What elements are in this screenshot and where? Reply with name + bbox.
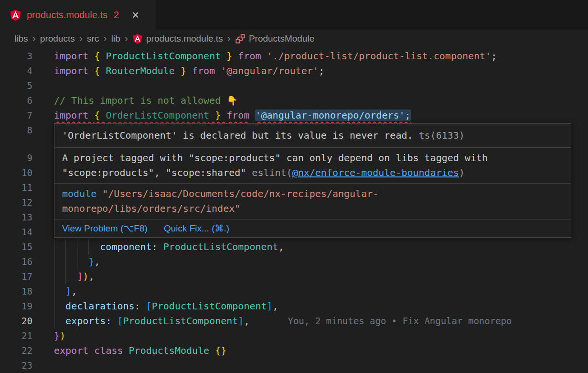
breadcrumb-item-productsmodule[interactable]: ProductsModule	[235, 33, 314, 44]
code-line[interactable]: ]),	[54, 269, 588, 284]
chevron-right-icon: ›	[79, 33, 83, 44]
code-token: '@angular/router'	[221, 65, 319, 77]
code-token: ProductListComponent	[106, 50, 221, 62]
code-token: ,	[273, 300, 278, 312]
editor-tab-bar: products.module.ts 2 ×	[0, 0, 588, 30]
eslint-source-suffix: )	[459, 167, 465, 178]
indent-guide	[54, 299, 54, 314]
chevron-right-icon: ›	[227, 33, 231, 44]
eslint-message-line2: "scope:products", "scope:shared"	[62, 167, 252, 178]
code-line[interactable]: ],	[54, 284, 588, 299]
code-token: }	[209, 110, 226, 121]
breadcrumb: libs›products›src›lib›products.module.ts…	[0, 30, 588, 48]
indent-guide	[54, 269, 54, 284]
breadcrumb-label: lib	[111, 33, 120, 44]
indent-guide	[88, 240, 89, 254]
code-token: class	[94, 345, 123, 356]
code-token	[54, 300, 65, 312]
code-token	[123, 345, 129, 356]
code-token	[88, 345, 94, 356]
code-editor: 34567891011121314151617181920212223 impo…	[0, 48, 588, 373]
code-token: {	[94, 65, 106, 77]
code-token: from	[226, 110, 249, 121]
angular-icon	[132, 33, 143, 44]
code-line[interactable]: // This import is not allowed 👇	[54, 93, 588, 108]
code-token: from	[192, 65, 215, 77]
code-token: {	[94, 50, 106, 62]
code-line[interactable]: },	[54, 254, 588, 269]
indent-guide	[54, 284, 54, 299]
code-token: ,	[244, 315, 249, 327]
code-token	[54, 256, 88, 267]
code-token: import	[54, 50, 94, 62]
code-token: ,	[278, 241, 284, 252]
code-token: ;	[491, 50, 497, 62]
code-token: :	[135, 300, 146, 312]
code-token: }	[221, 50, 238, 62]
code-line[interactable]: component: ProductListComponent,	[54, 240, 588, 254]
code-token: )	[60, 330, 65, 341]
code-line[interactable]: import { RouterModule } from '@angular/r…	[54, 64, 588, 78]
code-token: '@angular-monorepo/orders';	[255, 110, 410, 121]
code-token: {}	[215, 345, 226, 356]
code-token: )	[83, 271, 88, 282]
code-token: export	[54, 345, 88, 356]
code-token: ,	[71, 285, 77, 297]
breadcrumb-item-products[interactable]: products	[40, 33, 75, 44]
module-path-line1: "/Users/isaac/Documents/code/nx-recipes/…	[96, 188, 378, 199]
hover-ts-diagnostic: 'OrderListComponent' is declared but its…	[54, 124, 571, 147]
code-line[interactable]: import { OrderListComponent } from '@ang…	[54, 108, 588, 123]
hover-module-info: module "/Users/isaac/Documents/code/nx-r…	[54, 183, 571, 219]
module-symbol-icon	[235, 33, 246, 44]
code-token: declarations	[65, 300, 135, 312]
code-token: :	[106, 315, 117, 327]
code-token: from	[238, 50, 261, 62]
indent-guide	[54, 254, 54, 269]
editor-tab[interactable]: products.module.ts 2 ×	[0, 0, 156, 30]
tab-title: products.module.ts	[27, 10, 107, 21]
code-token: :	[152, 241, 163, 252]
breadcrumb-item-src[interactable]: src	[87, 33, 99, 44]
code-token: ,	[88, 271, 94, 282]
code-line[interactable]: declarations: [ProductListComponent],	[54, 299, 588, 314]
code-line[interactable]: exports: [ProductListComponent],You, 2 m…	[54, 314, 588, 329]
breadcrumb-item-libs[interactable]: libs	[14, 33, 28, 44]
chevron-right-icon: ›	[32, 33, 36, 44]
code-line[interactable]	[54, 78, 588, 93]
ts-diagnostic-message: 'OrderListComponent' is declared but its…	[62, 130, 413, 141]
tab-problems-badge: 2	[114, 10, 119, 21]
code-token: 👇	[226, 95, 238, 106]
code-line[interactable]: export class ProductsModule {}	[54, 343, 588, 358]
view-problem-link[interactable]: View Problem (⌥F8)	[62, 222, 148, 234]
breadcrumb-label: products	[40, 33, 75, 44]
indent-guide	[65, 240, 66, 254]
code-line[interactable]	[54, 358, 588, 373]
eslint-rule-link[interactable]: @nx/enforce-module-boundaries	[292, 167, 459, 178]
code-token: component	[100, 241, 151, 252]
code-token	[54, 285, 65, 297]
breadcrumb-label: ProductsModule	[249, 33, 314, 44]
breadcrumb-item-products-module-ts[interactable]: products.module.ts	[132, 33, 223, 44]
close-icon[interactable]: ×	[132, 9, 139, 21]
code-token: ]	[65, 285, 71, 297]
code-token: ]	[77, 271, 83, 282]
code-token: ,	[94, 256, 100, 267]
code-token: // This import is not allowed	[54, 95, 226, 106]
indent-guide	[54, 240, 54, 254]
code-token: ProductListComponent	[163, 241, 278, 252]
code-token: exports	[65, 315, 106, 327]
code-line[interactable]: })	[54, 329, 588, 343]
code-token: ProductsModule	[129, 345, 210, 356]
quick-fix-link[interactable]: Quick Fix... (⌘.)	[164, 222, 229, 234]
code-line[interactable]: import { ProductListComponent } from './…	[54, 49, 588, 64]
breadcrumb-label: products.module.ts	[146, 33, 223, 44]
module-keyword: module	[62, 188, 96, 199]
code-token: import	[54, 65, 94, 77]
vscode-window: products.module.ts 2 × libs›products›src…	[0, 0, 588, 373]
code-token	[249, 110, 255, 121]
code-token: ProductListComponent	[152, 300, 267, 312]
breadcrumb-label: src	[87, 33, 99, 44]
breadcrumb-item-lib[interactable]: lib	[111, 33, 120, 44]
indent-guide	[65, 269, 66, 284]
code-token: [	[146, 300, 152, 312]
